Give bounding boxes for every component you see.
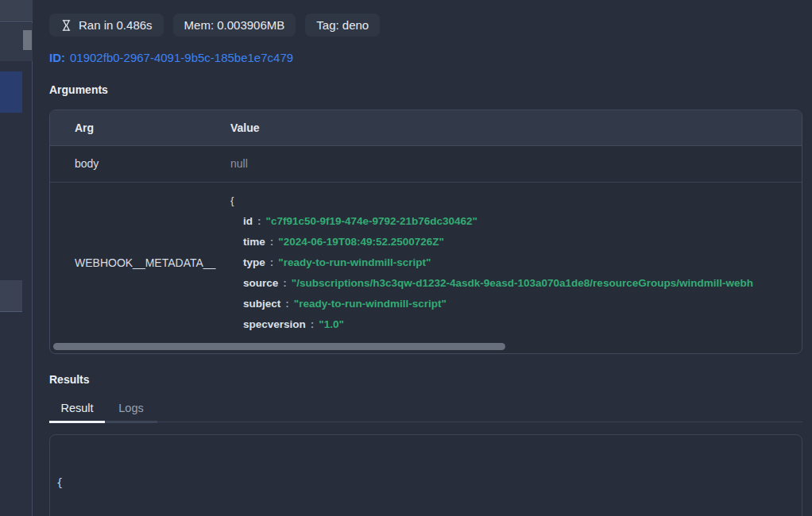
webhook-metadata-object-viewer[interactable]: { id:"c7f91c50-9f19-474e-9792-21b76dc304… bbox=[230, 191, 802, 335]
hourglass-icon bbox=[60, 19, 72, 32]
tag-badge: Tag: deno bbox=[305, 13, 380, 37]
object-entry-source: source:"/subscriptions/h3c3qw-d1232-4asd… bbox=[243, 273, 802, 294]
run-stats-row: Ran in 0.486s Mem: 0.003906MB Tag: deno bbox=[49, 13, 802, 37]
object-entry-type: type:"ready-to-run-windmill-script" bbox=[243, 252, 802, 273]
duration-badge: Ran in 0.486s bbox=[49, 13, 164, 37]
sidebar-scrollbar-thumb[interactable] bbox=[23, 30, 32, 50]
object-entries: id:"c7f91c50-9f19-474e-9792-21b76dc30462… bbox=[230, 211, 802, 335]
arguments-table: Arg Value body null WEBHOOK__METADATA__ … bbox=[49, 110, 802, 354]
sidebar-item-top[interactable] bbox=[0, 0, 33, 22]
arguments-table-header: Arg Value bbox=[50, 110, 802, 146]
results-heading: Results bbox=[49, 373, 802, 386]
result-json-viewer[interactable]: { "str": "default arg", "union": "Hello … bbox=[49, 434, 802, 516]
job-id-label: ID: bbox=[49, 51, 65, 64]
column-header-arg: Arg bbox=[50, 110, 230, 145]
sidebar bbox=[0, 0, 33, 516]
tag-badge-label: Tag: deno bbox=[316, 18, 369, 32]
tab-result[interactable]: Result bbox=[49, 402, 105, 423]
horizontal-scrollbar-thumb[interactable] bbox=[53, 343, 505, 350]
object-open-brace: { bbox=[230, 191, 802, 211]
arg-name-body: body bbox=[50, 146, 230, 182]
memory-badge: Mem: 0.003906MB bbox=[173, 13, 296, 37]
horizontal-scrollbar-track[interactable] bbox=[50, 341, 802, 353]
job-run-detail-panel: Ran in 0.486s Mem: 0.003906MB Tag: deno … bbox=[33, 0, 812, 516]
code-line-open: { bbox=[56, 475, 795, 491]
arg-value-null: null bbox=[230, 146, 802, 182]
table-row-webhook-metadata: WEBHOOK__METADATA__ { id:"c7f91c50-9f19-… bbox=[50, 183, 802, 341]
job-id-line: ID:01902fb0-2967-4091-9b5c-185be1e7c479 bbox=[49, 51, 802, 64]
sidebar-item-active[interactable] bbox=[0, 71, 22, 113]
tab-logs[interactable]: Logs bbox=[105, 402, 157, 423]
results-tabbar: Result Logs bbox=[49, 402, 802, 422]
duration-badge-label: Ran in 0.486s bbox=[79, 18, 153, 32]
object-entry-time: time:"2024-06-19T08:49:52.2500726Z" bbox=[243, 232, 802, 252]
arg-name-webhook-metadata: WEBHOOK__METADATA__ bbox=[50, 191, 230, 335]
table-row-body: body null bbox=[50, 146, 802, 183]
object-entry-subject: subject:"ready-to-run-windmill-script" bbox=[243, 294, 802, 314]
sidebar-item-secondary[interactable] bbox=[0, 280, 22, 312]
object-entry-specversion: specversion:"1.0" bbox=[243, 314, 802, 335]
job-id-value[interactable]: 01902fb0-2967-4091-9b5c-185be1e7c479 bbox=[70, 51, 293, 64]
column-header-value: Value bbox=[230, 110, 802, 145]
memory-badge-label: Mem: 0.003906MB bbox=[184, 18, 285, 32]
arguments-heading: Arguments bbox=[49, 83, 802, 96]
object-entry-id: id:"c7f91c50-9f19-474e-9792-21b76dc30462… bbox=[243, 211, 802, 232]
